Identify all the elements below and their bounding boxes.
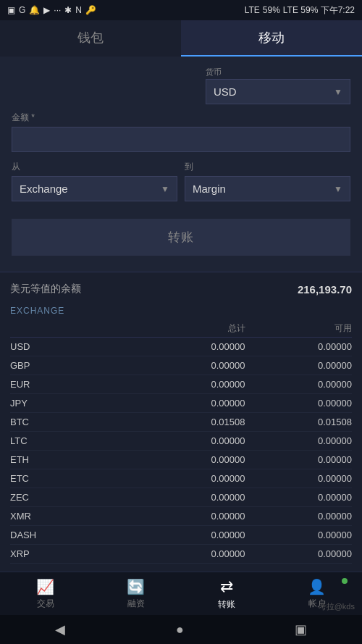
amount-row: 金额 *: [12, 112, 350, 152]
balance-section: 美元等值的余额 216,193.70: [0, 272, 362, 301]
currency-row: 货币 USD ▼: [12, 67, 350, 104]
table-row: JPY 0.00000 0.00000: [10, 394, 352, 413]
app-icon-6: ✱: [64, 5, 72, 15]
table-row: ETH 0.00000 0.00000: [10, 451, 352, 469]
amount-label: 金额 *: [12, 112, 350, 124]
to-select[interactable]: Margin ▼: [185, 176, 350, 201]
td-available-XRP: 0.00000: [245, 548, 353, 559]
td-currency-ZEC: ZEC: [10, 492, 138, 503]
tab-wallet[interactable]: 钱包: [0, 20, 181, 57]
from-label: 从: [12, 161, 177, 173]
status-bar: ▣ G 🔔 ▶ ··· ✱ N 🔑 LTE 59% LTE 59% 下午7:22: [0, 0, 362, 20]
td-currency-GBP: GBP: [10, 360, 138, 371]
transfer-button[interactable]: 转账: [12, 219, 350, 256]
fund-icon: 🔄: [127, 578, 145, 595]
from-arrow-icon: ▼: [161, 184, 169, 194]
time-display: LTE 59% 下午7:22: [283, 4, 355, 17]
to-wrap: 到 Margin ▼: [185, 161, 350, 201]
td-total-LTC: 0.00000: [138, 435, 245, 446]
td-currency-XMR: XMR: [10, 511, 138, 522]
system-nav: ◀ ● ▣: [0, 615, 362, 644]
table-row: ZEC 0.00000 0.00000: [10, 488, 352, 507]
th-currency: [10, 322, 138, 335]
app-icon-2: G: [19, 5, 25, 15]
network-icon: LTE: [245, 5, 260, 15]
balance-label: 美元等值的余额: [10, 283, 81, 296]
table-body: USD 0.00000 0.00000 GBP 0.00000 0.00000 …: [10, 338, 352, 564]
th-available: 可用: [245, 322, 353, 335]
nav-fund[interactable]: 🔄 融资: [90, 578, 181, 610]
td-total-USD: 0.00000: [138, 341, 245, 352]
table-row: XMR 0.00000 0.00000: [10, 507, 352, 526]
td-currency-DASH: DASH: [10, 530, 138, 540]
td-currency-LTC: LTC: [10, 435, 138, 446]
td-available-JPY: 0.00000: [245, 398, 353, 409]
app-icon-4: ▶: [43, 5, 50, 15]
exchange-group-label: EXCHANGE: [10, 301, 352, 318]
to-value: Margin: [193, 183, 226, 195]
nav-trade[interactable]: 📈 交易: [0, 578, 90, 610]
app-icon-8: 🔑: [85, 5, 96, 15]
amount-input[interactable]: [12, 127, 350, 152]
td-total-XMR: 0.00000: [138, 511, 245, 522]
to-arrow-icon: ▼: [334, 184, 342, 194]
currency-value: USD: [214, 85, 237, 98]
td-available-GBP: 0.00000: [245, 360, 353, 371]
app-icon-7: N: [75, 5, 82, 15]
td-available-DASH: 0.00000: [245, 530, 353, 540]
to-label: 到: [185, 161, 350, 173]
balance-value: 216,193.70: [298, 283, 352, 296]
from-to-row: 从 Exchange ▼ 到 Margin ▼: [12, 161, 350, 201]
account-icon: 👤: [308, 578, 326, 595]
td-total-ETC: 0.00000: [138, 473, 245, 484]
tab-mobile[interactable]: 移动: [181, 20, 362, 57]
td-total-JPY: 0.00000: [138, 398, 245, 409]
td-total-GBP: 0.00000: [138, 360, 245, 371]
td-currency-BTC: BTC: [10, 417, 138, 427]
home-button[interactable]: ●: [176, 622, 184, 637]
from-select[interactable]: Exchange ▼: [12, 176, 177, 201]
td-available-LTC: 0.00000: [245, 435, 353, 446]
status-left-icons: ▣ G 🔔 ▶ ··· ✱ N 🔑: [7, 5, 96, 15]
td-total-EUR: 0.00000: [138, 379, 245, 390]
td-available-USD: 0.00000: [245, 341, 353, 352]
fund-label: 融资: [127, 598, 145, 610]
table-section: EXCHANGE 总计 可用 USD 0.00000 0.00000 GBP 0…: [0, 301, 362, 564]
table-header: 总计 可用: [10, 318, 352, 338]
app-icon-3: 🔔: [29, 5, 40, 15]
bottom-nav: 📈 交易 🔄 融资 ⇄ 转账 👤 帐户: [0, 572, 362, 615]
watermark: 考拉@kds: [319, 601, 355, 612]
table-row: LTC 0.00000 0.00000: [10, 432, 352, 451]
transfer-icon: ⇄: [220, 577, 233, 596]
td-currency-ETH: ETH: [10, 454, 138, 465]
table-row: ETC 0.00000 0.00000: [10, 469, 352, 488]
td-available-ETH: 0.00000: [245, 454, 353, 465]
td-available-ZEC: 0.00000: [245, 492, 353, 503]
td-available-EUR: 0.00000: [245, 379, 353, 390]
td-total-ETH: 0.00000: [138, 454, 245, 465]
table-row: DASH 0.00000 0.00000: [10, 526, 352, 545]
td-available-ETC: 0.00000: [245, 473, 353, 484]
battery-icon: 59%: [263, 5, 280, 15]
amount-field-wrap: 金额 *: [12, 112, 350, 152]
status-right: LTE 59% LTE 59% 下午7:22: [245, 4, 355, 17]
currency-select[interactable]: USD ▼: [206, 79, 350, 104]
th-total: 总计: [138, 322, 245, 335]
trade-label: 交易: [37, 598, 54, 610]
table-row: EUR 0.00000 0.00000: [10, 375, 352, 394]
trade-icon: 📈: [36, 578, 54, 595]
td-currency-JPY: JPY: [10, 398, 138, 409]
currency-select-wrapper: 货币 USD ▼: [206, 67, 350, 104]
td-available-BTC: 0.01508: [245, 417, 353, 427]
table-row: GBP 0.00000 0.00000: [10, 356, 352, 375]
currency-arrow-icon: ▼: [334, 87, 342, 97]
nav-transfer[interactable]: ⇄ 转账: [181, 577, 272, 611]
transfer-label: 转账: [218, 598, 235, 611]
td-total-ZEC: 0.00000: [138, 492, 245, 503]
td-available-XMR: 0.00000: [245, 511, 353, 522]
recents-button[interactable]: ▣: [295, 622, 307, 637]
back-button[interactable]: ◀: [55, 622, 65, 637]
top-tab-bar: 钱包 移动: [0, 20, 362, 57]
from-wrap: 从 Exchange ▼: [12, 161, 177, 201]
transfer-btn-row: 转账: [12, 212, 350, 259]
